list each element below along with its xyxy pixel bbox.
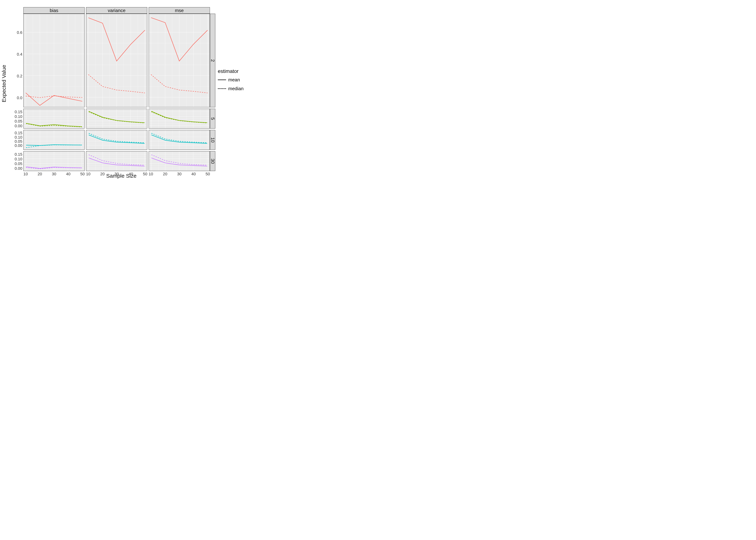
row-strip-label: 10: [210, 137, 215, 143]
y-tick-label: 0.10: [10, 135, 22, 140]
x-tick-label: 10: [23, 172, 28, 177]
y-tick-label: 0.00: [10, 166, 22, 171]
col-strip-label: mse: [175, 8, 184, 13]
panel-variance-30: [86, 151, 147, 171]
x-tick-label: 40: [191, 172, 196, 177]
col-strip-variance: variance: [86, 7, 147, 14]
legend-item-label: mean: [228, 77, 240, 82]
y-tick-label: 0.0: [10, 95, 22, 100]
x-tick-label: 10: [149, 172, 153, 177]
x-tick-label: 20: [163, 172, 167, 177]
row-strip-10: 10: [210, 130, 215, 150]
x-tick-label: 30: [177, 172, 182, 177]
panel-mse-5: [149, 109, 210, 129]
row-strip-30: 30: [210, 151, 215, 171]
panel-variance-2: [86, 14, 147, 107]
x-tick-label: 40: [129, 172, 133, 177]
panel-variance-5: [86, 109, 147, 129]
y-tick-label: 0.15: [10, 131, 22, 135]
x-tick-label: 30: [52, 172, 56, 177]
x-tick-label: 50: [205, 172, 210, 177]
legend-title: estimator: [218, 68, 244, 74]
x-tick-label: 30: [114, 172, 119, 177]
y-tick-label: 0.15: [10, 110, 22, 114]
legend-key-dash: [218, 88, 226, 89]
x-tick-label: 20: [38, 172, 42, 177]
x-tick-label: 50: [143, 172, 147, 177]
col-strip-label: variance: [108, 8, 125, 13]
panel-bias-2: [23, 14, 84, 107]
x-tick-label: 20: [100, 172, 105, 177]
row-strip-label: 5: [210, 117, 215, 120]
panel-mse-2: [149, 14, 210, 107]
row-strip-2: 2: [210, 14, 215, 107]
y-tick-label: 0.4: [10, 52, 22, 57]
panel-mse-10: [149, 130, 210, 150]
y-tick-label: 0.05: [10, 119, 22, 124]
y-tick-label: 0.05: [10, 162, 22, 166]
legend-item-label: median: [228, 86, 244, 91]
legend-item-median: median: [218, 86, 244, 91]
y-tick-label: 0.6: [10, 30, 22, 35]
panel-variance-10: [86, 130, 147, 150]
panel-mse-30: [149, 151, 210, 171]
legend: estimator mean median: [218, 68, 244, 95]
panel-bias-10: [23, 130, 84, 150]
y-tick-label: 0.10: [10, 114, 22, 119]
col-strip-label: bias: [50, 8, 58, 13]
x-tick-label: 50: [80, 172, 84, 177]
x-tick-label: 40: [66, 172, 70, 177]
legend-item-mean: mean: [218, 77, 244, 82]
panel-bias-5: [23, 109, 84, 129]
y-tick-label: 0.00: [10, 143, 22, 148]
y-tick-label: 0.10: [10, 157, 22, 162]
y-axis-label: Expected Value: [1, 65, 7, 102]
col-strip-bias: bias: [23, 7, 84, 14]
row-strip-label: 30: [210, 159, 215, 164]
row-strip-label: 2: [210, 59, 215, 62]
y-tick-label: 0.15: [10, 152, 22, 157]
y-tick-label: 0.2: [10, 74, 22, 78]
legend-key-solid: [218, 79, 226, 80]
y-tick-label: 0.00: [10, 124, 22, 128]
chart-root: Expected Value Sample Size bias variance…: [0, 0, 252, 180]
y-tick-label: 0.05: [10, 139, 22, 144]
col-strip-mse: mse: [149, 7, 210, 14]
panel-bias-30: [23, 151, 84, 171]
row-strip-5: 5: [210, 109, 215, 129]
x-tick-label: 10: [86, 172, 90, 177]
